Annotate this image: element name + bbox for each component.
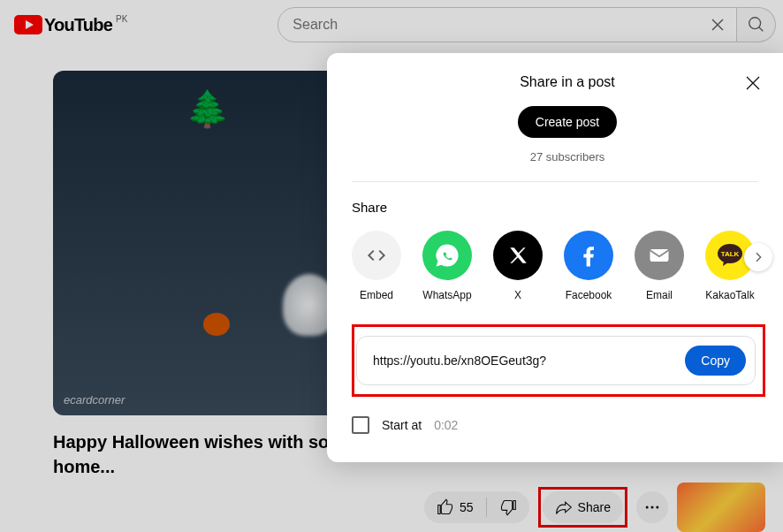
- start-at-checkbox[interactable]: [352, 416, 369, 434]
- embed-icon: [352, 231, 401, 280]
- facebook-icon: [564, 231, 613, 280]
- chevron-right-icon: [751, 250, 765, 264]
- svg-text:TALK: TALK: [721, 250, 740, 258]
- share-url-text[interactable]: https://youtu.be/xn8OEGeut3g?: [373, 353, 685, 368]
- share-target-label: WhatsApp: [422, 289, 471, 301]
- share-target-label: Email: [646, 289, 673, 301]
- start-at-row: Start at 0:02: [352, 416, 783, 434]
- modal-close-button[interactable]: [742, 72, 764, 94]
- create-post-button[interactable]: Create post: [518, 106, 617, 138]
- share-target-email[interactable]: Email: [635, 231, 684, 301]
- close-icon: [742, 72, 764, 94]
- subscriber-count: 27 subscribers: [352, 150, 783, 163]
- share-url-box: https://youtu.be/xn8OEGeut3g? Copy: [356, 336, 756, 385]
- share-target-label: X: [514, 289, 521, 301]
- share-targets-next-button[interactable]: [744, 243, 772, 271]
- share-target-label: Facebook: [566, 289, 612, 301]
- url-highlight-box: https://youtu.be/xn8OEGeut3g? Copy: [352, 324, 765, 397]
- x-icon: [493, 231, 543, 280]
- start-at-time[interactable]: 0:02: [434, 418, 458, 432]
- share-heading: Share: [352, 200, 783, 215]
- svg-rect-4: [650, 249, 669, 262]
- email-icon: [635, 231, 684, 280]
- share-targets-row: Embed WhatsApp X Facebook Email: [352, 231, 783, 301]
- share-target-label: Embed: [360, 289, 393, 301]
- copy-button[interactable]: Copy: [685, 346, 746, 376]
- modal-title: Share in a post: [520, 74, 615, 90]
- share-target-label: KakaoTalk: [705, 289, 754, 301]
- start-at-label: Start at: [382, 418, 422, 432]
- share-target-x[interactable]: X: [493, 231, 543, 301]
- share-modal: Share in a post Create post 27 subscribe…: [327, 53, 783, 462]
- modal-header: Share in a post: [352, 74, 783, 90]
- divider: [352, 181, 758, 182]
- share-target-facebook[interactable]: Facebook: [564, 231, 613, 301]
- share-target-embed[interactable]: Embed: [352, 231, 401, 301]
- share-target-whatsapp[interactable]: WhatsApp: [422, 231, 472, 301]
- whatsapp-icon: [422, 231, 472, 280]
